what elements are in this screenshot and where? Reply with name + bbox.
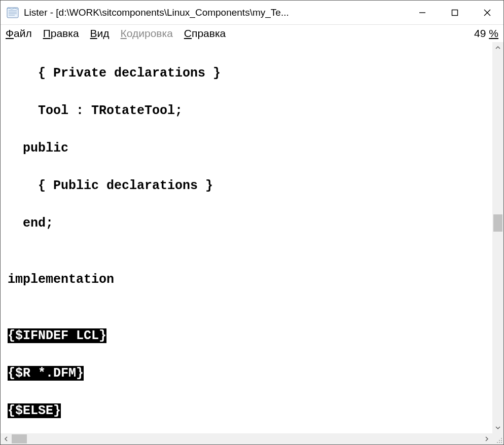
svg-rect-6 (452, 10, 458, 15)
maximize-button[interactable] (439, 1, 471, 24)
code-line: { Private declarations } (8, 64, 492, 83)
code-line: implementation (8, 270, 492, 289)
app-icon (6, 6, 20, 20)
vertical-scroll-thumb[interactable] (493, 214, 502, 232)
menu-edit[interactable]: Правка (43, 27, 79, 40)
code-view[interactable]: { Private declarations } Tool : TRotateT… (1, 42, 492, 433)
scroll-left-arrow-icon[interactable] (1, 433, 12, 444)
code-line: {$ELSE} (8, 401, 492, 420)
code-line: end; (8, 214, 492, 233)
vertical-scrollbar[interactable] (492, 42, 503, 433)
svg-point-12 (497, 442, 498, 443)
svg-point-9 (501, 438, 502, 439)
menu-help[interactable]: Справка (184, 27, 226, 40)
close-button[interactable] (471, 1, 503, 24)
horizontal-scroll-thumb[interactable] (12, 434, 27, 443)
menu-file[interactable]: Файл (6, 27, 32, 40)
minimize-button[interactable] (406, 1, 439, 24)
scroll-right-arrow-icon[interactable] (481, 433, 492, 444)
titlebar[interactable]: Lister - [d:\WORK\sitcomponents\Linux_Co… (1, 1, 503, 25)
window: Lister - [d:\WORK\sitcomponents\Linux_Co… (0, 0, 504, 445)
scroll-up-arrow-icon[interactable] (492, 42, 503, 53)
window-title: Lister - [d:\WORK\sitcomponents\Linux_Co… (24, 7, 406, 18)
svg-point-11 (501, 440, 502, 441)
code-line: {$IFNDEF LCL} (8, 326, 492, 345)
code-line: public (8, 139, 492, 158)
resize-grip-icon[interactable] (492, 433, 503, 444)
horizontal-scrollbar[interactable] (1, 433, 503, 444)
menu-encoding[interactable]: Кодировка (121, 27, 173, 40)
horizontal-scroll-track[interactable] (12, 433, 481, 444)
code-line: {$R *.DFM} (8, 364, 492, 383)
scroll-percent: 49 % (474, 27, 498, 40)
code-line: { Public declarations } (8, 176, 492, 195)
window-controls (406, 1, 503, 24)
svg-point-14 (501, 442, 502, 443)
menu-view[interactable]: Вид (90, 27, 110, 40)
scroll-down-arrow-icon[interactable] (492, 422, 503, 433)
svg-point-10 (499, 440, 500, 441)
code-line: Tool : TRotateTool; (8, 101, 492, 120)
svg-point-13 (499, 442, 500, 443)
content-wrap: { Private declarations } Tool : TRotateT… (1, 42, 503, 433)
menubar: Файл Правка Вид Кодировка Справка 49 % (1, 25, 503, 42)
